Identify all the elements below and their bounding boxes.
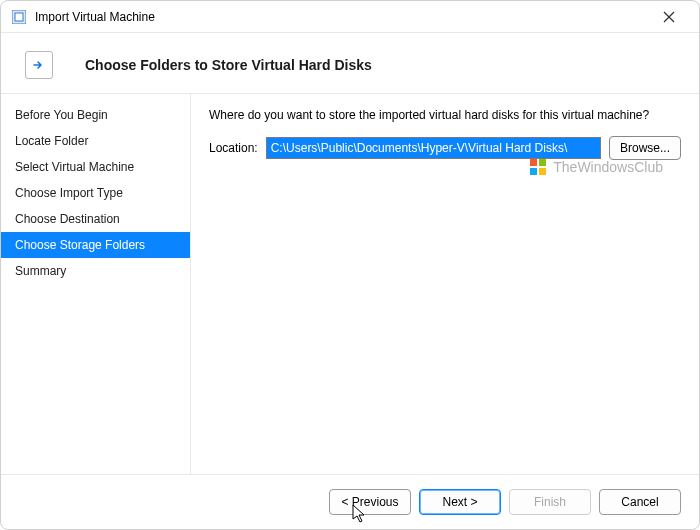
sidebar-step-summary[interactable]: Summary [1,258,190,284]
window-title: Import Virtual Machine [35,10,649,24]
watermark-logo-icon [529,158,547,176]
location-row: Location: Browse... [209,136,681,160]
page-title: Choose Folders to Store Virtual Hard Dis… [85,57,372,73]
sidebar-step-storage[interactable]: Choose Storage Folders [1,232,190,258]
close-button[interactable] [649,3,689,31]
finish-button: Finish [509,489,591,515]
sidebar-step-destination[interactable]: Choose Destination [1,206,190,232]
svg-rect-4 [530,159,537,166]
next-button[interactable]: Next > [419,489,501,515]
wizard-steps-sidebar: Before You BeginLocate FolderSelect Virt… [1,94,191,474]
cancel-button[interactable]: Cancel [599,489,681,515]
wizard-body: Before You BeginLocate FolderSelect Virt… [1,94,699,474]
svg-rect-6 [530,168,537,175]
location-input[interactable] [266,137,601,159]
watermark: TheWindowsClub [529,158,663,176]
browse-button[interactable]: Browse... [609,136,681,160]
close-icon [663,11,675,23]
wizard-footer: < Previous Next > Finish Cancel [1,474,699,529]
prompt-text: Where do you want to store the imported … [209,108,681,122]
wizard-header-icon [25,51,53,79]
sidebar-step-select-vm[interactable]: Select Virtual Machine [1,154,190,180]
titlebar: Import Virtual Machine [1,1,699,33]
sidebar-step-before[interactable]: Before You Begin [1,102,190,128]
app-icon [11,9,27,25]
watermark-text: TheWindowsClub [553,159,663,175]
sidebar-step-import-type[interactable]: Choose Import Type [1,180,190,206]
arrow-icon [31,57,47,73]
wizard-header: Choose Folders to Store Virtual Hard Dis… [1,33,699,94]
previous-button[interactable]: < Previous [329,489,411,515]
svg-rect-7 [539,168,546,175]
svg-rect-1 [15,13,23,21]
sidebar-step-locate[interactable]: Locate Folder [1,128,190,154]
wizard-content: Where do you want to store the imported … [191,94,699,474]
location-label: Location: [209,141,258,155]
svg-rect-5 [539,159,546,166]
import-vm-wizard: Import Virtual Machine Choose Folders to… [0,0,700,530]
